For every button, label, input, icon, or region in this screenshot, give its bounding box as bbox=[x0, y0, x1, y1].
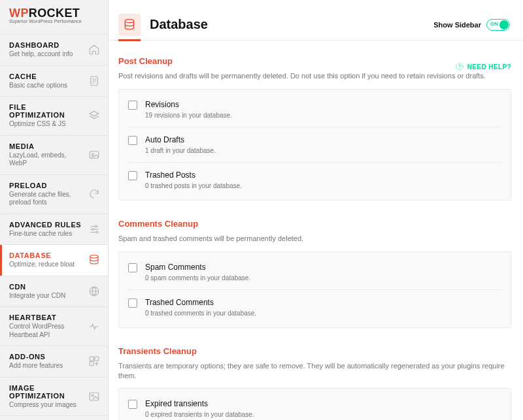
page-title: Database bbox=[150, 17, 424, 32]
sidebar-item-sub: Generate cache files, preload fonts bbox=[9, 191, 82, 207]
sidebar-item-advanced-rules[interactable]: ADVANCED RULESFine-tune cache rules bbox=[0, 214, 108, 245]
layers-icon bbox=[88, 110, 100, 121]
brand-rocket: ROCKET bbox=[29, 7, 80, 20]
sidebar: WPROCKET Superior WordPress Performance … bbox=[0, 0, 109, 420]
content: Post CleanupNEED HELP?Post revisions and… bbox=[109, 40, 523, 420]
option-box: Revisions19 revisions in your database.A… bbox=[118, 89, 511, 201]
sidebar-item-label: ADD-ONS bbox=[9, 353, 82, 361]
sidebar-item-add-ons[interactable]: ADD-ONSAdd more features bbox=[0, 346, 108, 377]
media-icon bbox=[88, 149, 100, 161]
page-header: Database Show Sidebar ON bbox=[109, 0, 523, 40]
sidebar-item-sub: Optimize CSS & JS bbox=[9, 120, 82, 129]
help-icon bbox=[455, 62, 464, 71]
option-box: Expired transients0 expired transients i… bbox=[118, 388, 511, 420]
show-sidebar-label: Show Sidebar bbox=[433, 21, 481, 29]
main: Database Show Sidebar ON Post CleanupNEE… bbox=[109, 0, 523, 420]
sidebar-item-sub: Basic cache options bbox=[9, 82, 82, 90]
option-title: Auto Drafts bbox=[145, 135, 216, 144]
database-icon bbox=[88, 254, 100, 266]
option-row: Trashed Comments0 trashed comments in yo… bbox=[128, 290, 501, 325]
image-icon bbox=[88, 391, 100, 402]
option-row: Auto Drafts1 draft in your database. bbox=[128, 127, 501, 163]
sidebar-item-cache[interactable]: CACHEBasic cache options bbox=[0, 65, 108, 97]
svg-point-0 bbox=[125, 19, 133, 22]
brand-tagline: Superior WordPress Performance bbox=[9, 19, 99, 24]
sidebar-item-sub: Add more features bbox=[9, 362, 82, 370]
section-title: Transients Cleanup bbox=[118, 346, 197, 356]
globe-icon bbox=[88, 285, 100, 297]
sidebar-item-image-optimization[interactable]: IMAGE OPTIMIZATIONCompress your images bbox=[0, 377, 108, 417]
section-desc: Spam and trashed comments will be perman… bbox=[118, 234, 511, 244]
sidebar-item-media[interactable]: MEDIALazyLoad, embeds, WebP bbox=[0, 135, 108, 174]
checkbox-revisions[interactable] bbox=[128, 101, 137, 110]
sidebar-item-label: CACHE bbox=[9, 73, 82, 80]
sidebar-item-label: DATABASE bbox=[9, 251, 82, 259]
section-comments-cleanup: Comments CleanupSpam and trashed comment… bbox=[118, 219, 511, 328]
need-help-link[interactable]: NEED HELP? bbox=[455, 62, 511, 71]
sidebar-item-cdn[interactable]: CDNIntegrate your CDN bbox=[0, 276, 108, 307]
show-sidebar-control: Show Sidebar ON bbox=[433, 19, 510, 31]
option-sub: 19 revisions in your database. bbox=[145, 112, 232, 119]
sidebar-item-sub: Optimize, reduce bloat bbox=[9, 261, 82, 269]
option-sub: 1 draft in your database. bbox=[145, 147, 216, 154]
sliders-icon bbox=[88, 223, 100, 235]
sidebar-item-preload[interactable]: PRELOADGenerate cache files, preload fon… bbox=[0, 174, 108, 214]
option-row: Revisions19 revisions in your database. bbox=[128, 92, 501, 127]
show-sidebar-toggle[interactable]: ON bbox=[486, 19, 510, 31]
option-title: Spam Comments bbox=[145, 263, 250, 272]
sidebar-item-dashboard[interactable]: DASHBOARDGet help, account info bbox=[0, 34, 108, 65]
sidebar-item-label: MEDIA bbox=[9, 142, 82, 150]
option-title: Expired transients bbox=[145, 399, 254, 408]
option-title: Revisions bbox=[145, 100, 232, 109]
option-box: Spam Comments0 spam comments in your dat… bbox=[118, 251, 511, 328]
sidebar-item-sub: LazyLoad, embeds, WebP bbox=[9, 152, 82, 168]
section-title: Post Cleanup bbox=[118, 56, 173, 66]
sidebar-nav: DASHBOARDGet help, account infoCACHEBasi… bbox=[0, 34, 108, 420]
checkbox-trashed-posts[interactable] bbox=[128, 171, 137, 180]
section-desc: Post revisions and drafts will be perman… bbox=[118, 71, 511, 81]
brand-wp: WP bbox=[9, 7, 29, 20]
option-sub: 0 trashed comments in your database. bbox=[145, 310, 256, 317]
checkbox-spam-comments[interactable] bbox=[128, 263, 137, 272]
need-help-label: NEED HELP? bbox=[467, 63, 511, 71]
option-sub: 0 spam comments in your database. bbox=[145, 274, 250, 282]
logo: WPROCKET Superior WordPress Performance bbox=[0, 0, 108, 34]
sidebar-item-label: HEARTBEAT bbox=[9, 314, 82, 321]
section-title: Comments Cleanup bbox=[118, 219, 198, 229]
option-title: Trashed Posts bbox=[145, 170, 242, 180]
checkbox-trashed-comments[interactable] bbox=[128, 299, 137, 308]
sidebar-item-file-optimization[interactable]: FILE OPTIMIZATIONOptimize CSS & JS bbox=[0, 96, 108, 135]
toggle-dot-icon bbox=[499, 20, 509, 29]
sidebar-item-sub: Control WordPress Heartbeat API bbox=[9, 323, 82, 339]
sidebar-item-label: PRELOAD bbox=[9, 182, 82, 189]
option-sub: 0 trashed posts in your database. bbox=[145, 182, 242, 189]
checkbox-auto-drafts[interactable] bbox=[128, 136, 137, 145]
toggle-on-text: ON bbox=[490, 21, 498, 27]
sidebar-item-label: FILE OPTIMIZATION bbox=[9, 103, 82, 119]
checkbox-expired-transients[interactable] bbox=[128, 400, 137, 409]
sidebar-item-heartbeat[interactable]: HEARTBEATControl WordPress Heartbeat API bbox=[0, 306, 108, 346]
option-row: Expired transients0 expired transients i… bbox=[128, 391, 501, 420]
option-row: Spam Comments0 spam comments in your dat… bbox=[128, 255, 501, 290]
sidebar-item-label: DASHBOARD bbox=[9, 41, 82, 49]
option-sub: 0 expired transients in your database. bbox=[145, 411, 254, 418]
active-tab-indicator bbox=[118, 39, 141, 41]
refresh-icon bbox=[88, 188, 100, 200]
sidebar-item-database[interactable]: DATABASEOptimize, reduce bloat bbox=[0, 244, 108, 276]
section-post-cleanup: Post CleanupNEED HELP?Post revisions and… bbox=[118, 56, 511, 201]
sidebar-item-sub: Fine-tune cache rules bbox=[9, 230, 82, 238]
option-title: Trashed Comments bbox=[145, 298, 256, 307]
sidebar-item-sub: Integrate your CDN bbox=[9, 292, 82, 300]
section-transients-cleanup: Transients CleanupTransients are tempora… bbox=[118, 346, 511, 420]
home-icon bbox=[88, 44, 100, 56]
sidebar-item-label: ADVANCED RULES bbox=[9, 221, 82, 229]
database-page-icon bbox=[118, 14, 141, 36]
sidebar-item-sub: Compress your images bbox=[9, 401, 82, 410]
sidebar-item-sub: Get help, account info bbox=[9, 50, 82, 59]
addons-icon bbox=[88, 355, 100, 367]
section-desc: Transients are temporary options; they a… bbox=[118, 361, 511, 381]
sidebar-item-label: IMAGE OPTIMIZATION bbox=[9, 384, 82, 400]
option-row: Trashed Posts0 trashed posts in your dat… bbox=[128, 163, 501, 197]
sidebar-item-label: CDN bbox=[9, 283, 82, 291]
doc-icon bbox=[88, 75, 100, 87]
